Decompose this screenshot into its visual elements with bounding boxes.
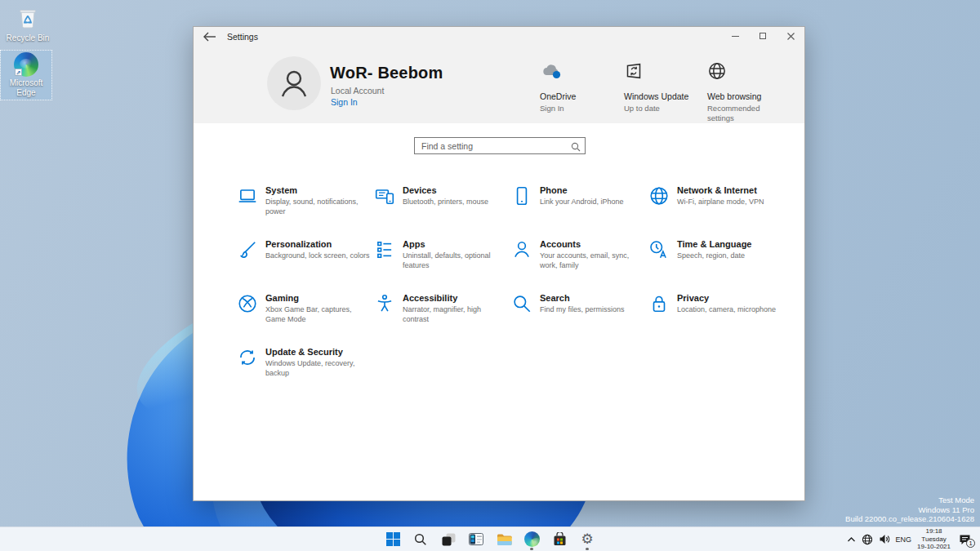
tile-title: OneDrive xyxy=(540,91,618,101)
tile-title: Windows Update xyxy=(624,91,702,101)
accessibility-icon xyxy=(374,293,395,314)
avatar[interactable] xyxy=(267,56,321,110)
xbox-icon xyxy=(237,293,258,314)
watermark-line: Test Mode xyxy=(845,495,974,505)
clock-time: 19:18 xyxy=(917,527,951,535)
desktop-icon-label: Microsoft Edge xyxy=(10,78,43,97)
lock-icon xyxy=(648,293,670,314)
settings-window: Settings WoR- Beebom Local Account Sign … xyxy=(193,26,805,501)
task-view-icon[interactable] xyxy=(438,529,459,550)
tray-chevron-up-icon[interactable] xyxy=(847,536,856,543)
search-input[interactable] xyxy=(414,137,586,154)
tile-onedrive[interactable]: OneDrive Sign In xyxy=(540,61,618,113)
clock-date: 19-10-2021 xyxy=(917,543,951,550)
apps-list-icon xyxy=(374,239,395,260)
tile-subtitle: Up to date xyxy=(624,104,683,113)
category-update-security[interactable]: Update & Security Windows Update, recove… xyxy=(237,347,374,401)
desktop: Recycle Bin ↗ Microsoft Edge Test Mode W… xyxy=(0,0,980,551)
window-title: Settings xyxy=(227,32,258,42)
person-icon xyxy=(511,239,532,260)
shortcut-arrow-icon: ↗ xyxy=(15,69,22,76)
taskbar: ⚙ ENG 19:18 xyxy=(0,527,980,551)
tile-title: Web browsing xyxy=(707,91,786,101)
category-accounts[interactable]: Accounts Your accounts, email, sync, wor… xyxy=(511,239,648,293)
taskbar-center-icons: ⚙ xyxy=(382,527,598,551)
widgets-icon[interactable] xyxy=(466,529,487,550)
tray-clock[interactable]: 19:18 Tuesday 19-10-2021 xyxy=(917,527,951,550)
taskbar-settings-icon[interactable]: ⚙ xyxy=(577,529,598,550)
tray-volume-icon[interactable] xyxy=(879,534,890,544)
tray-language-label[interactable]: ENG xyxy=(896,535,912,544)
account-type-label: Local Account xyxy=(331,86,384,96)
category-privacy[interactable]: Privacy Location, camera, microphone xyxy=(648,293,786,347)
system-tray: ENG 19:18 Tuesday 19-10-2021 1 xyxy=(847,527,976,551)
tile-web-browsing[interactable]: Web browsing Recommended settings xyxy=(707,61,786,124)
search-icon xyxy=(511,293,532,314)
clock-day: Tuesday xyxy=(917,535,951,543)
tile-subtitle: Recommended settings xyxy=(707,104,766,124)
watermark-line: Build 22000.co_release.210604-1628 xyxy=(845,514,974,524)
category-apps[interactable]: Apps Uninstall, defaults, optional featu… xyxy=(374,239,511,293)
user-name: WoR- Beebom xyxy=(330,64,443,82)
category-personalization[interactable]: Personalization Background, lock screen,… xyxy=(237,239,374,293)
microsoft-store-icon[interactable] xyxy=(549,529,570,550)
edge-icon: ↗ xyxy=(14,52,38,77)
desktop-icon-label: Recycle Bin xyxy=(7,33,50,42)
category-search[interactable]: Search Find my files, permissions xyxy=(511,293,648,347)
globe-icon xyxy=(707,69,727,83)
category-phone[interactable]: Phone Link your Android, iPhone xyxy=(511,185,648,239)
notification-badge: 1 xyxy=(966,539,975,548)
sync-icon xyxy=(237,347,258,368)
category-accessibility[interactable]: Accessibility Narrator, magnifier, high … xyxy=(374,293,511,347)
search-icon xyxy=(571,140,581,155)
laptop-icon xyxy=(237,185,258,207)
recycle-bin-icon xyxy=(2,5,53,32)
desktop-icon-microsoft-edge[interactable]: ↗ Microsoft Edge xyxy=(1,51,51,100)
onedrive-cloud-icon xyxy=(540,69,564,83)
edge-icon[interactable] xyxy=(521,529,542,550)
settings-category-grid: System Display, sound, notifications, po… xyxy=(237,185,786,401)
window-controls xyxy=(721,27,804,45)
notification-center-icon[interactable]: 1 xyxy=(959,534,971,545)
windows-update-icon xyxy=(624,69,644,83)
phone-icon xyxy=(511,185,532,207)
back-button[interactable] xyxy=(203,31,217,42)
file-explorer-icon[interactable] xyxy=(493,529,514,550)
close-button[interactable] xyxy=(777,27,804,45)
sign-in-link[interactable]: Sign In xyxy=(331,97,358,107)
tile-subtitle: Sign In xyxy=(540,104,599,113)
watermark-line: Windows 11 Pro xyxy=(845,505,974,515)
taskbar-search-icon[interactable] xyxy=(410,529,431,550)
minimize-button[interactable] xyxy=(721,27,749,45)
test-mode-watermark: Test Mode Windows 11 Pro Build 22000.co_… xyxy=(845,495,974,524)
edge-running-indicator xyxy=(530,548,533,550)
start-button[interactable] xyxy=(382,529,403,550)
category-devices[interactable]: Devices Bluetooth, printers, mouse xyxy=(374,185,511,239)
desktop-icon-recycle-bin[interactable]: Recycle Bin xyxy=(2,5,53,42)
clock-language-icon xyxy=(648,239,670,260)
brush-icon xyxy=(237,239,258,260)
category-time-language[interactable]: Time & Language Speech, region, date xyxy=(648,239,786,293)
settings-running-indicator xyxy=(586,548,589,550)
network-globe-icon xyxy=(648,185,670,207)
devices-icon xyxy=(374,185,395,207)
tray-network-globe-icon[interactable] xyxy=(862,534,873,545)
maximize-button[interactable] xyxy=(749,27,777,45)
search-box xyxy=(414,137,586,154)
category-network-internet[interactable]: Network & Internet Wi-Fi, airplane mode,… xyxy=(648,185,786,239)
category-gaming[interactable]: Gaming Xbox Game Bar, captures, Game Mod… xyxy=(237,293,374,347)
tile-windows-update[interactable]: Windows Update Up to date xyxy=(624,61,702,113)
category-system[interactable]: System Display, sound, notifications, po… xyxy=(237,185,374,239)
